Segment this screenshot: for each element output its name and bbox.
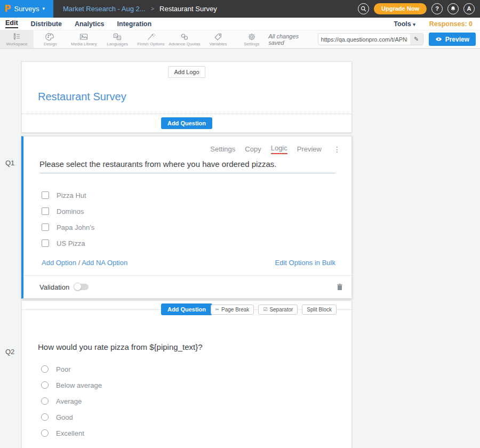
q2-option-row[interactable]: Excellent bbox=[41, 425, 335, 441]
eye-icon bbox=[435, 37, 442, 42]
checkbox-icon[interactable] bbox=[42, 223, 49, 231]
q1-option-row[interactable]: US Pizza bbox=[42, 235, 335, 251]
add-question-button-middle[interactable]: Add Question bbox=[161, 303, 212, 315]
survey-title[interactable]: Restaurant Survey bbox=[22, 78, 351, 114]
scissors-icon: ✂ bbox=[215, 307, 220, 312]
search-button[interactable] bbox=[358, 3, 369, 14]
q1-option-row[interactable]: Papa John's bbox=[42, 219, 335, 235]
palette-icon bbox=[45, 33, 55, 41]
question-number-q2: Q2 bbox=[5, 348, 14, 356]
tab-integration[interactable]: Integration bbox=[117, 20, 152, 28]
breadcrumb: Market Research - Aug 2... > Restaurant … bbox=[63, 5, 217, 13]
autosave-status: All changes saved bbox=[268, 33, 312, 46]
q1-copy-link[interactable]: Copy bbox=[245, 145, 261, 153]
q1-option-label[interactable]: Dominos bbox=[57, 207, 84, 215]
add-na-option-link[interactable]: Add NA Option bbox=[82, 259, 127, 267]
checkbox-icon[interactable] bbox=[42, 239, 49, 247]
surveys-menu[interactable]: P Surveys ▾ bbox=[0, 0, 53, 18]
q2-option-label[interactable]: Below average bbox=[56, 381, 102, 389]
separator-button[interactable]: ☑Separator bbox=[258, 305, 298, 315]
notifications-button[interactable] bbox=[447, 3, 459, 14]
question-card-q2: Add Question ✂Page Break ☑Separator Spli… bbox=[21, 300, 352, 448]
avatar[interactable]: A bbox=[463, 3, 475, 14]
toolbar-item-workspace[interactable]: Workspace bbox=[0, 30, 34, 48]
q1-option-label[interactable]: US Pizza bbox=[57, 239, 85, 247]
q1-kebab-menu[interactable]: ⋮ bbox=[331, 145, 343, 154]
q2-option-label[interactable]: Good bbox=[56, 413, 73, 421]
survey-header-card: Add Logo Restaurant Survey Add Question bbox=[21, 61, 352, 133]
q2-option-row[interactable]: Good bbox=[41, 409, 335, 425]
product-name: Surveys bbox=[14, 5, 39, 13]
add-logo-button[interactable]: Add Logo bbox=[168, 66, 205, 78]
svg-text:A: A bbox=[118, 36, 121, 39]
q1-option-label[interactable]: Papa John's bbox=[57, 223, 94, 231]
q1-option-row[interactable]: Dominos bbox=[42, 203, 335, 219]
q1-preview-link[interactable]: Preview bbox=[297, 145, 322, 153]
gear-icon bbox=[247, 33, 257, 41]
chevron-down-icon: ▾ bbox=[413, 22, 415, 27]
q2-option-row[interactable]: Below average bbox=[41, 377, 335, 393]
q1-logic-link[interactable]: Logic bbox=[271, 144, 287, 154]
toggle-knob bbox=[74, 283, 82, 291]
radio-icon[interactable] bbox=[41, 397, 49, 405]
page-break-button[interactable]: ✂Page Break bbox=[211, 305, 254, 315]
toolbar-item-advance-quotas[interactable]: Advance Quotas bbox=[167, 30, 201, 48]
radio-icon[interactable] bbox=[41, 429, 49, 437]
add-option-link[interactable]: Add Option bbox=[42, 259, 76, 267]
edit-options-in-bulk-link[interactable]: Edit Options in Bulk bbox=[275, 259, 335, 267]
radio-icon[interactable] bbox=[41, 381, 49, 389]
toolbar-item-design[interactable]: Design bbox=[34, 30, 67, 48]
translate-icon: XA bbox=[113, 33, 122, 41]
toolbar-item-finish-options[interactable]: Finish Options bbox=[134, 30, 168, 48]
pencil-icon: ✎ bbox=[414, 36, 419, 42]
responses-count[interactable]: Responses: 0 bbox=[429, 20, 473, 28]
toolbar-item-variables[interactable]: Variables bbox=[201, 30, 235, 48]
workspace-icon bbox=[12, 33, 21, 41]
checkbox-icon[interactable] bbox=[42, 191, 49, 199]
editor-toolbar: Workspace Design Media Library XA Langua… bbox=[0, 30, 480, 49]
tab-edit[interactable]: Edit bbox=[5, 19, 18, 28]
search-icon bbox=[361, 6, 366, 12]
breadcrumb-survey-name[interactable]: Restaurant Survey bbox=[159, 5, 217, 13]
tab-analytics[interactable]: Analytics bbox=[75, 20, 105, 28]
q2-option-label[interactable]: Poor bbox=[56, 365, 70, 373]
validation-label: Validation bbox=[39, 283, 69, 291]
section-nav: Edit Distribute Analytics Integration To… bbox=[0, 18, 480, 30]
split-block-button[interactable]: Split Block bbox=[302, 305, 337, 315]
q1-question-text[interactable]: Please select the restaurants from where… bbox=[39, 159, 335, 173]
q2-option-row[interactable]: Poor bbox=[41, 361, 335, 377]
survey-url-input[interactable] bbox=[318, 34, 410, 45]
breadcrumb-separator: > bbox=[151, 5, 154, 12]
q2-option-label[interactable]: Excellent bbox=[56, 429, 84, 437]
tab-distribute[interactable]: Distribute bbox=[31, 20, 62, 28]
upgrade-now-button[interactable]: Upgrade Now bbox=[374, 3, 427, 14]
toolbar-item-media-library[interactable]: Media Library bbox=[67, 30, 101, 48]
tools-menu[interactable]: Tools ▾ bbox=[394, 20, 415, 28]
edit-url-button[interactable]: ✎ bbox=[410, 36, 423, 43]
link-slash: / bbox=[78, 259, 81, 267]
q2-option-row[interactable]: Average bbox=[41, 393, 335, 409]
checkbox-icon[interactable] bbox=[42, 207, 49, 215]
add-question-button-top[interactable]: Add Question bbox=[161, 117, 212, 129]
q1-settings-link[interactable]: Settings bbox=[210, 145, 235, 153]
help-button[interactable]: ? bbox=[431, 3, 443, 14]
q2-question-text[interactable]: How would you rate pizza from ${piping_t… bbox=[22, 318, 351, 355]
q1-option-label[interactable]: Pizza Hut bbox=[57, 191, 86, 199]
trash-icon bbox=[337, 283, 343, 291]
toolbar-item-settings[interactable]: Settings bbox=[235, 30, 268, 48]
breadcrumb-folder[interactable]: Market Research - Aug 2... bbox=[63, 5, 146, 13]
chevron-down-icon: ▾ bbox=[42, 6, 45, 11]
q1-option-row[interactable]: Pizza Hut bbox=[42, 187, 335, 203]
separator-icon: ☑ bbox=[263, 307, 267, 312]
radio-icon[interactable] bbox=[41, 365, 49, 373]
radio-icon[interactable] bbox=[41, 413, 49, 421]
question-number-q1: Q1 bbox=[5, 159, 14, 167]
preview-button[interactable]: Preview bbox=[429, 33, 476, 46]
survey-editor-canvas: Add Logo Restaurant Survey Add Question … bbox=[0, 49, 480, 448]
validation-toggle[interactable] bbox=[75, 284, 89, 290]
toolbar-item-languages[interactable]: XA Languages bbox=[101, 30, 134, 48]
bell-icon bbox=[450, 6, 456, 12]
delete-question-button[interactable] bbox=[337, 283, 343, 291]
tag-icon bbox=[213, 33, 223, 41]
q2-option-label[interactable]: Average bbox=[56, 397, 82, 405]
